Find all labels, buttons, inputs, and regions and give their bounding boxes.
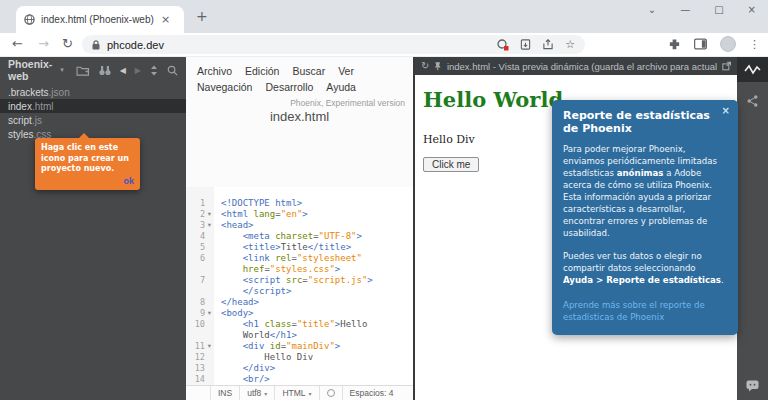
token-t: </div>	[243, 363, 276, 373]
dialog-close-icon[interactable]: ×	[722, 105, 730, 116]
open-external-icon[interactable]	[722, 61, 731, 71]
menu-navegación[interactable]: Navegación	[197, 81, 252, 93]
token-t: <br/>	[243, 374, 270, 384]
status-indent-spaces[interactable]: Espacios: 4	[342, 386, 401, 400]
code-line[interactable]: 9▾<body>	[186, 308, 413, 319]
preview-click-me-button[interactable]: Click me	[423, 157, 479, 172]
code-text: <!DOCTYPE html>	[214, 198, 302, 209]
learn-more-link[interactable]: Aprende más sobre el reporte de estadíst…	[563, 299, 727, 323]
pin-icon[interactable]	[434, 61, 441, 71]
token-a: charset	[275, 231, 313, 241]
fold-caret-icon[interactable]: ▾	[205, 209, 214, 220]
menu-archivo[interactable]: Archivo	[197, 65, 232, 77]
code-line[interactable]: 11▾ <div id="mainDiv">	[186, 341, 413, 352]
extensions-puzzle-icon[interactable]	[668, 38, 681, 51]
fold-caret-icon[interactable]: ▾	[205, 308, 214, 319]
live-preview-toggle[interactable]	[737, 57, 768, 82]
code-line[interactable]: href="styles.css">	[186, 264, 413, 275]
file-item-script[interactable]: script.js	[0, 113, 186, 127]
new-tab-button[interactable]: +	[196, 8, 208, 24]
new-project-folder-icon[interactable]	[76, 65, 90, 76]
status-insert-mode[interactable]: INS	[210, 386, 239, 400]
back-icon[interactable]: ←	[12, 37, 23, 50]
editor-status-bar: INS utf8 ▾ HTML ▾ Espacios: 4	[186, 385, 413, 400]
forward-icon[interactable]: →	[38, 37, 49, 50]
chevron-down-icon: ▾	[264, 390, 267, 397]
browser-tab[interactable]: index.html (Phoenix-web) - Phoe ×	[16, 6, 184, 33]
code-line[interactable]: 10 <h1 class="title">Hello	[186, 319, 413, 330]
menu-edición[interactable]: Edición	[245, 65, 279, 77]
file-item-index[interactable]: index.html	[0, 99, 186, 113]
code-line[interactable]: 6 <link rel="stylesheet"	[186, 253, 413, 264]
nav-forward-icon[interactable]: ▶	[135, 66, 141, 75]
editor-panel: ArchivoEdiciónBuscarVer NavegaciónDesarr…	[186, 57, 413, 400]
token-t: </script>	[243, 286, 292, 296]
preview-title-text: index.html - Vista previa dinámica (guar…	[447, 61, 717, 72]
side-panel-icon[interactable]	[694, 38, 707, 50]
code-line[interactable]: 2▾<html lang="en">	[186, 209, 413, 220]
code-line[interactable]: 12 Hello Div	[186, 352, 413, 363]
p2-text: Puedes ver tus datos o elegir no compart…	[563, 251, 702, 273]
profile-avatar[interactable]	[720, 36, 736, 52]
search-icon[interactable]	[167, 65, 178, 76]
line-number-text: 1	[200, 198, 205, 209]
project-dropdown[interactable]: Phoenix-web	[8, 58, 56, 82]
address-bar[interactable]: phcode.dev ☆	[82, 35, 585, 54]
token-t: </head>	[221, 297, 259, 307]
line-number: 1	[186, 198, 214, 209]
code-text: <link rel="stylesheet"	[214, 253, 362, 264]
token-t: <h1	[243, 319, 265, 329]
find-in-files-binoculars-icon[interactable]	[99, 65, 111, 76]
code-line[interactable]: 1<!DOCTYPE html>	[186, 198, 413, 209]
share-tool[interactable]	[737, 95, 768, 107]
window-controls: ⌄ — □ ×	[648, 4, 756, 15]
menu-buscar[interactable]: Buscar	[292, 65, 325, 77]
menu-kebab-icon[interactable]: ⋮	[749, 38, 760, 51]
code-line[interactable]: </script>	[186, 286, 413, 297]
file-item-brackets[interactable]: .brackets.json	[0, 85, 186, 99]
code-line[interactable]: 3▾<head>	[186, 220, 413, 231]
token-p	[221, 374, 243, 384]
code-line[interactable]: 8</head>	[186, 297, 413, 308]
bookmark-star-icon[interactable]: ☆	[565, 38, 575, 51]
token-s: "en"	[281, 209, 303, 219]
tab-close-icon[interactable]: ×	[161, 14, 170, 25]
line-number-text: 10	[195, 319, 205, 330]
code-line[interactable]: 7 <script src="script.js">	[186, 275, 413, 286]
code-line[interactable]: 5 <title>Title</title>	[186, 242, 413, 253]
feedback-chat-button[interactable]	[737, 380, 768, 392]
reload-icon[interactable]: ↻	[62, 37, 73, 50]
fold-caret-icon[interactable]: ▾	[205, 220, 214, 231]
code-text: <body>	[214, 308, 254, 319]
tooltip-ok-button[interactable]: ok	[41, 176, 134, 186]
window-minimize-icon[interactable]: —	[680, 4, 690, 15]
extension-badge-icon[interactable]	[497, 39, 509, 51]
code-editor[interactable]: 1<!DOCTYPE html>2▾<html lang="en">3▾<hea…	[186, 187, 413, 385]
nav-back-icon[interactable]: ◀	[120, 66, 126, 75]
status-language-mode[interactable]: HTML ▾	[274, 386, 318, 400]
status-lint-indicator[interactable]	[319, 386, 342, 400]
token-s: "mainDiv"	[286, 341, 335, 351]
file-name: .brackets	[8, 87, 49, 98]
file-extension: .js	[32, 115, 42, 126]
code-line[interactable]: 4 <meta charset="UTF-8">	[186, 231, 413, 242]
preview-reload-icon[interactable]: ↻	[421, 61, 429, 71]
window-maximize-icon[interactable]: □	[714, 4, 723, 15]
split-view-icon[interactable]	[150, 65, 158, 76]
window-close-icon[interactable]: ×	[748, 4, 756, 15]
share-nodes-icon	[747, 95, 758, 107]
fold-caret-icon[interactable]: ▾	[205, 341, 214, 352]
menu-ver[interactable]: Ver	[338, 65, 354, 77]
menu-desarrollo[interactable]: Desarrollo	[265, 81, 313, 93]
code-line[interactable]: 14 <br/>	[186, 374, 413, 385]
menu-ayuda[interactable]: Ayuda	[326, 81, 356, 93]
code-line[interactable]: 13 </div>	[186, 363, 413, 374]
window-menu-chevron-icon[interactable]: ⌄	[648, 4, 656, 15]
install-page-icon[interactable]	[520, 39, 531, 50]
token-p: Title	[281, 242, 308, 252]
token-a: id	[270, 341, 281, 351]
share-icon[interactable]	[542, 39, 554, 50]
status-encoding[interactable]: utf8 ▾	[239, 386, 274, 400]
new-project-tooltip: Haga clic en este icono para crear un pr…	[35, 138, 140, 190]
code-line[interactable]: World</h1>	[186, 330, 413, 341]
